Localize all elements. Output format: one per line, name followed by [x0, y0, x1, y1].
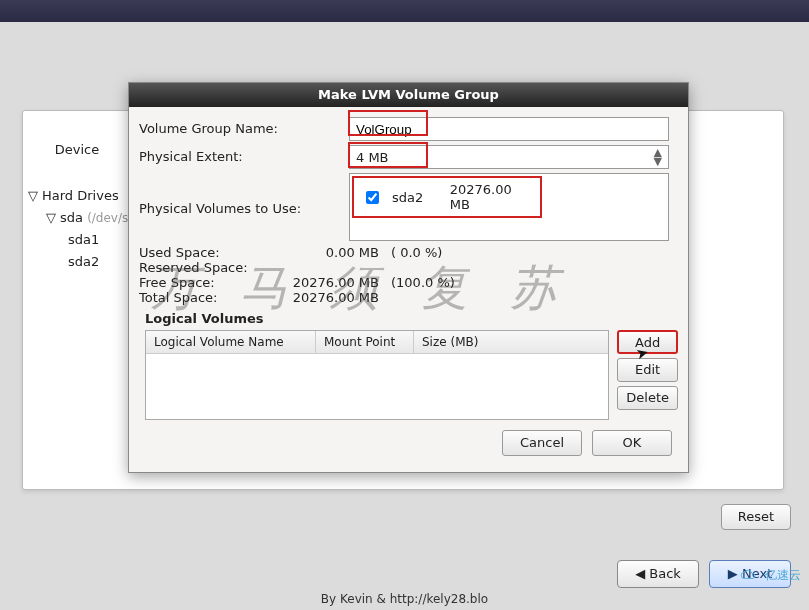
cloud-icon: [737, 569, 761, 583]
ok-button[interactable]: OK: [592, 430, 672, 456]
free-space-pct: (100.0 %): [379, 275, 459, 290]
lv-col-name: Logical Volume Name: [146, 331, 316, 353]
lv-col-size: Size (MB): [414, 331, 608, 353]
arrow-left-icon: ◀: [635, 566, 645, 581]
tree-disk-label: sda: [60, 210, 83, 225]
pv-item-size: 20276.00 MB: [450, 182, 532, 212]
make-lvm-dialog: Make LVM Volume Group Volume Group Name:…: [128, 82, 689, 473]
lv-col-mount: Mount Point: [316, 331, 414, 353]
pe-label: Physical Extent:: [139, 145, 349, 164]
lv-table-header: Logical Volume Name Mount Point Size (MB…: [146, 331, 608, 354]
vg-name-input[interactable]: [349, 117, 669, 141]
menubar[interactable]: [0, 0, 809, 22]
brand-text: 亿速云: [765, 567, 801, 584]
logical-volumes-header: Logical Volumes: [145, 311, 678, 326]
used-space-value: 0.00 MB: [269, 245, 379, 260]
cancel-button[interactable]: Cancel: [502, 430, 582, 456]
pv-checkbox[interactable]: [366, 191, 379, 204]
vg-name-label: Volume Group Name:: [139, 117, 349, 136]
space-stats: Used Space:0.00 MB( 0.0 %) Reserved Spac…: [139, 245, 678, 305]
back-label: Back: [649, 566, 681, 581]
used-space-pct: ( 0.0 %): [379, 245, 459, 260]
tree-root[interactable]: ▽Hard Drives: [28, 185, 143, 207]
pe-value: 4 MB: [356, 150, 389, 165]
total-space-value: 20276.00 MB: [269, 290, 379, 305]
physical-volumes-list[interactable]: sda2 20276.00 MB: [349, 173, 669, 241]
dialog-title: Make LVM Volume Group: [129, 83, 688, 107]
footer-credit: By Kevin & http://kely28.blo: [0, 592, 809, 606]
used-space-label: Used Space:: [139, 245, 269, 260]
lv-delete-button[interactable]: Delete: [617, 386, 678, 410]
chevron-down-icon[interactable]: ▽: [28, 188, 38, 203]
back-button[interactable]: ◀ Back: [617, 560, 699, 588]
free-space-value: 20276.00 MB: [269, 275, 379, 290]
chevron-down-icon[interactable]: ▽: [46, 210, 56, 225]
total-space-label: Total Space:: [139, 290, 269, 305]
pv-item[interactable]: sda2 20276.00 MB: [356, 179, 538, 215]
lv-edit-button[interactable]: Edit: [617, 358, 678, 382]
logical-volumes-table[interactable]: Logical Volume Name Mount Point Size (MB…: [145, 330, 609, 420]
pv-label: Physical Volumes to Use:: [139, 173, 349, 216]
device-tree: ▽Hard Drives ▽sda (/dev/sda sda1 sda2: [28, 185, 143, 273]
free-space-label: Free Space:: [139, 275, 269, 290]
reserved-space-label: Reserved Space:: [139, 260, 269, 275]
spinner-icon[interactable]: ▲▼: [654, 148, 662, 166]
tree-root-label: Hard Drives: [42, 188, 119, 203]
reset-button[interactable]: Reset: [721, 504, 791, 530]
highlight-box: sda2 20276.00 MB: [352, 176, 542, 218]
pv-item-name: sda2: [392, 190, 440, 205]
device-column-header: Device: [32, 135, 122, 165]
brand-logo: 亿速云: [737, 567, 801, 584]
physical-extent-select[interactable]: 4 MB ▲▼: [349, 145, 669, 169]
